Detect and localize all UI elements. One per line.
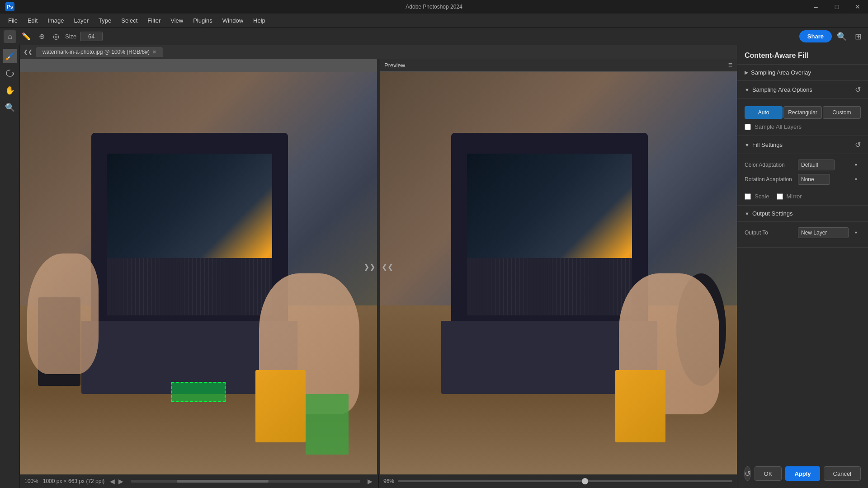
hand-tool[interactable]: ✋ [3,83,17,98]
menu-select[interactable]: Select [117,15,142,26]
home-button[interactable]: ⌂ [4,30,16,43]
scroll-right[interactable]: ▶ [367,478,373,485]
mirror-checkbox[interactable] [777,193,783,200]
fill-settings-body: Color Adaptation Default None High Very … [737,154,868,206]
output-to-select-wrapper: New Layer Duplicate Layer Current Layer [798,227,861,238]
size-input[interactable]: 64 [80,32,103,41]
color-adaptation-select[interactable]: Default None High Very High [798,160,835,170]
sampling-rectangular-button[interactable]: Rectangular [783,106,821,119]
collapse-right-arrow[interactable]: ❯❯ [363,263,375,271]
toolbar: ⌂ ✏️ ⊕ ◎ Size 64 Share 🔍 ⊞ [0,27,868,45]
canvas-preview[interactable]: Preview ≡ [380,59,737,474]
fill-settings-title: Fill Settings [752,141,783,148]
menu-type[interactable]: Type [94,15,116,26]
horizontal-scrollbar[interactable] [131,480,360,483]
menu-image[interactable]: Image [43,15,68,26]
nav-left[interactable]: ◀ [109,478,116,485]
document-tab[interactable]: watermark-in-a-photo.jpg @ 100% (RGB/8#)… [36,47,163,57]
document-tab-close[interactable]: ✕ [152,49,156,55]
target-icon[interactable]: ⊕ [36,31,47,42]
output-settings-section[interactable]: ▼ Output Settings [737,206,868,222]
sampling-auto-button[interactable]: Auto [745,106,783,119]
sampling-options-title: Sampling Area Options [752,86,812,93]
apps-icon[interactable]: ⊞ [852,30,864,43]
mirror-label[interactable]: Mirror [787,193,802,200]
sampling-area-options-body: Auto Rectangular Custom Sample All Layer… [737,99,868,136]
mirror-row: Mirror [777,193,802,200]
preview-photo [380,72,737,474]
size-label: Size [65,33,76,40]
minimize-button[interactable]: – [806,0,826,14]
color-adaptation-select-wrapper: Default None High Very High [798,160,861,170]
canvas-original[interactable]: ❯❯ [20,59,378,474]
scale-checkbox[interactable] [745,193,751,200]
color-adaptation-label: Color Adaptation [745,162,794,168]
zoom-level: 100% [24,478,38,484]
output-to-row: Output To New Layer Duplicate Layer Curr… [745,227,861,238]
nav-right[interactable]: ▶ [118,478,124,485]
preview-menu-icon[interactable]: ≡ [728,61,732,69]
rotation-adaptation-label: Rotation Adaptation [745,176,794,183]
rotation-adaptation-row: Rotation Adaptation None Low Medium High… [745,174,861,185]
brush-tool[interactable]: 🖌️ [3,49,17,63]
menu-filter[interactable]: Filter [143,15,165,26]
sampling-area-overlay-section[interactable]: ▶ Sampling Area Overlay [737,65,868,81]
zoom-slider[interactable] [398,480,732,482]
canvas-area: ❮❮ watermark-in-a-photo.jpg @ 100% (RGB/… [20,45,737,488]
preview-header: Preview ≡ [380,59,737,71]
sampling-options-reset[interactable]: ↺ [855,85,861,94]
menu-edit[interactable]: Edit [23,15,42,26]
sample-all-layers-label[interactable]: Sample All Layers [755,123,802,130]
close-button[interactable]: ✕ [847,0,868,14]
circle-icon[interactable]: ◎ [51,31,61,42]
maximize-button[interactable]: □ [826,0,847,14]
cancel-button[interactable]: Cancel [824,466,861,481]
preview-zoom-bar: 96% [379,474,737,488]
zoom-tool[interactable]: 🔍 [3,100,17,115]
fill-settings-section[interactable]: ▼ Fill Settings ↺ [737,136,868,154]
sampling-custom-button[interactable]: Custom [823,106,861,119]
share-button[interactable]: Share [799,30,832,42]
app-icon: Ps [5,2,14,11]
output-to-select[interactable]: New Layer Duplicate Layer Current Layer [798,227,849,238]
ok-button[interactable]: OK [755,466,782,481]
zoom-slider-thumb[interactable] [582,478,588,484]
preview-zoom-value: 96% [383,478,394,484]
dimensions: 1000 px × 663 px (72 ppi) [43,478,104,484]
menu-window[interactable]: Window [218,15,248,26]
global-reset-button[interactable]: ↺ [744,466,751,481]
fill-settings-reset[interactable]: ↺ [855,141,861,149]
sampling-overlay-chevron: ▶ [745,70,748,75]
tab-bar: ❮❮ watermark-in-a-photo.jpg @ 100% (RGB/… [20,45,737,59]
color-adaptation-row: Color Adaptation Default None High Very … [745,160,861,170]
menu-bar: File Edit Image Layer Type Select Filter… [0,14,868,27]
panel-footer: ↺ OK Apply Cancel [737,459,868,488]
search-icon[interactable]: 🔍 [835,30,848,43]
output-settings-title: Output Settings [752,210,793,217]
menu-help[interactable]: Help [249,15,270,26]
scale-label[interactable]: Scale [755,193,769,200]
scale-mirror-row: Scale Mirror [745,188,861,200]
menu-plugins[interactable]: Plugins [189,15,217,26]
tab-scroll-left[interactable]: ❮❮ [24,49,33,55]
sampling-overlay-title: Sampling Area Overlay [751,69,811,76]
rotation-adaptation-select-wrapper: None Low Medium High Full [798,174,861,185]
lasso-tool[interactable] [3,66,17,80]
sampling-options-chevron: ▼ [745,87,750,93]
sample-all-layers-row: Sample All Layers [745,123,861,130]
selection-overlay[interactable] [171,382,226,402]
menu-file[interactable]: File [4,15,22,26]
collapse-left-arrow[interactable]: ❮❮ [382,263,393,271]
canvas-status-bar: 100% 1000 px × 663 px (72 ppi) ◀ ▶ ▶ [20,474,379,488]
sample-all-layers-checkbox[interactable] [745,124,751,130]
rotation-adaptation-select[interactable]: None Low Medium High Full [798,174,830,185]
nav-arrows[interactable]: ◀ ▶ [109,478,124,485]
right-panel: Content-Aware Fill ▶ Sampling Area Overl… [737,45,868,488]
fill-settings-chevron: ▼ [745,142,750,148]
scale-row: Scale [745,193,769,200]
brush-tool-icon[interactable]: ✏️ [20,30,33,43]
menu-layer[interactable]: Layer [70,15,94,26]
sampling-area-options-section[interactable]: ▼ Sampling Area Options ↺ [737,81,868,99]
apply-button[interactable]: Apply [785,466,820,481]
menu-view[interactable]: View [166,15,188,26]
